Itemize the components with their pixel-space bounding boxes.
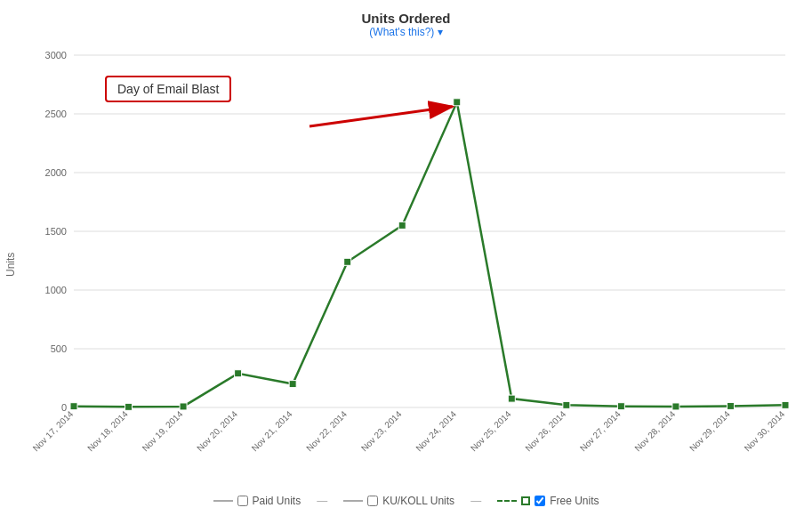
svg-text:2500: 2500	[45, 109, 67, 119]
chart-legend: Paid Units — KU/KOLL Units — Free Units	[213, 488, 599, 516]
svg-text:Nov 21, 2014: Nov 21, 2014	[250, 408, 294, 453]
svg-rect-33	[344, 258, 351, 265]
svg-text:Nov 28, 2014: Nov 28, 2014	[632, 408, 677, 453]
svg-rect-38	[617, 403, 624, 410]
chart-subtitle[interactable]: (What's this?) ▾	[369, 26, 442, 38]
legend-free-units: Free Units	[497, 495, 599, 507]
svg-text:Nov 18, 2014: Nov 18, 2014	[85, 408, 130, 453]
free-units-box-icon	[521, 496, 530, 505]
svg-rect-39	[672, 403, 679, 410]
free-units-label: Free Units	[550, 495, 599, 507]
chart-inner: Day of Email Blast 050010001500200025003…	[25, 42, 803, 488]
legend-separator-1: —	[317, 495, 327, 507]
svg-rect-30	[180, 403, 187, 410]
svg-text:Nov 30, 2014: Nov 30, 2014	[743, 408, 787, 453]
svg-line-43	[310, 107, 453, 126]
svg-rect-31	[235, 370, 242, 377]
chart-area: Units Day of Email Blast 050010001500200…	[0, 42, 812, 488]
chart-svg: 050010001500200025003000Nov 17, 2014Nov …	[25, 42, 803, 488]
free-units-line-icon	[497, 500, 517, 502]
svg-rect-28	[70, 403, 77, 410]
annotation-box: Day of Email Blast	[105, 76, 231, 102]
svg-text:Nov 17, 2014: Nov 17, 2014	[31, 408, 76, 453]
legend-separator-2: —	[470, 495, 481, 507]
svg-rect-29	[125, 403, 133, 410]
chart-container: Units Ordered (What's this?) ▾ Units Day…	[0, 0, 812, 516]
svg-text:Nov 29, 2014: Nov 29, 2014	[687, 408, 732, 453]
svg-text:Nov 19, 2014: Nov 19, 2014	[141, 408, 185, 453]
svg-text:500: 500	[51, 343, 67, 354]
svg-text:Nov 25, 2014: Nov 25, 2014	[469, 408, 513, 453]
free-units-checkbox[interactable]	[535, 496, 545, 506]
svg-text:1000: 1000	[45, 285, 67, 295]
svg-rect-41	[782, 401, 789, 408]
paid-units-line-icon	[213, 500, 233, 502]
legend-paid-units: Paid Units	[213, 495, 301, 507]
svg-text:Nov 27, 2014: Nov 27, 2014	[578, 408, 623, 453]
svg-text:Nov 23, 2014: Nov 23, 2014	[359, 408, 404, 453]
svg-rect-37	[563, 401, 570, 408]
svg-text:2000: 2000	[45, 167, 67, 178]
svg-rect-36	[508, 395, 515, 402]
svg-text:3000: 3000	[45, 50, 67, 60]
svg-rect-35	[454, 99, 461, 106]
paid-units-label: Paid Units	[253, 495, 301, 507]
chart-title: Units Ordered	[361, 11, 450, 26]
svg-text:Nov 26, 2014: Nov 26, 2014	[523, 408, 567, 453]
svg-text:Nov 22, 2014: Nov 22, 2014	[304, 408, 349, 453]
svg-rect-34	[398, 222, 406, 229]
svg-rect-40	[727, 402, 734, 409]
legend-ku-koll: KU/KOLL Units	[343, 495, 454, 507]
svg-rect-32	[289, 381, 296, 388]
ku-koll-checkbox[interactable]	[367, 496, 378, 506]
y-axis-label: Units	[0, 42, 25, 488]
svg-text:Nov 20, 2014: Nov 20, 2014	[195, 408, 239, 453]
svg-text:1500: 1500	[45, 226, 67, 237]
ku-koll-label: KU/KOLL Units	[382, 495, 454, 507]
paid-units-checkbox[interactable]	[237, 496, 248, 506]
svg-text:Nov 24, 2014: Nov 24, 2014	[414, 408, 458, 453]
ku-koll-line-icon	[343, 500, 363, 502]
